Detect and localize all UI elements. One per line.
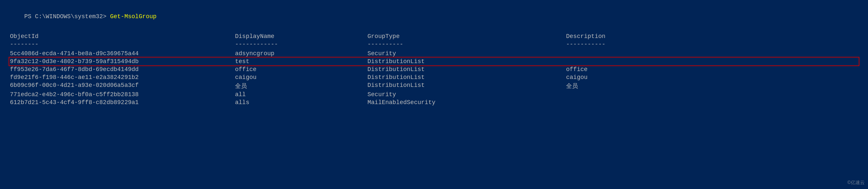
cell-description	[566, 58, 699, 65]
cell-objectid: 771edca2-e4b2-496c-bf0a-c5ff2bb28138	[10, 91, 235, 98]
cell-grouptype: Security	[368, 50, 566, 57]
table-row: 6b09c96f-00c0-4d21-a93e-020d06a5a3cf 全员 …	[10, 82, 858, 90]
header-displayname: DisplayName	[235, 33, 368, 40]
cell-grouptype: DistributionList	[368, 58, 566, 65]
cell-description: 全员	[566, 82, 699, 90]
cell-displayname: alls	[235, 99, 368, 106]
table-row: ff953e26-7da6-46f7-8dbd-69ecdb4149dd off…	[10, 66, 858, 73]
cell-description	[566, 99, 699, 106]
cell-objectid: 6b09c96f-00c0-4d21-a93e-020d06a5a3cf	[10, 82, 235, 90]
cell-description: office	[566, 66, 699, 73]
prompt-command: Get-MsolGroup	[110, 13, 156, 20]
data-rows: 5cc4086d-ecda-4714-be8a-d9c369675a44 ads…	[10, 50, 858, 106]
cell-displayname: caigou	[235, 74, 368, 81]
table-row: fd9e21f6-f198-446c-ae11-e2a3824291b2 cai…	[10, 74, 858, 81]
header-objectid: ObjectId	[10, 33, 235, 40]
cell-grouptype: DistributionList	[368, 82, 566, 90]
sep-grouptype: ----------	[368, 41, 566, 47]
cell-objectid: 5cc4086d-ecda-4714-be8a-d9c369675a44	[10, 50, 235, 57]
cell-objectid: 9fa32c12-0d3e-4802-b739-59af315494db	[10, 58, 235, 65]
sep-objectid: --------	[10, 41, 235, 47]
sep-description: -----------	[566, 41, 699, 47]
table-row: 9fa32c12-0d3e-4802-b739-59af315494db tes…	[10, 58, 858, 65]
cell-grouptype: Security	[368, 91, 566, 98]
prompt-line: PS C:\WINDOWS\system32> Get-MsolGroup	[10, 7, 858, 27]
cell-objectid: ff953e26-7da6-46f7-8dbd-69ecdb4149dd	[10, 66, 235, 73]
cell-description: caigou	[566, 74, 699, 81]
table-row: 5cc4086d-ecda-4714-be8a-d9c369675a44 ads…	[10, 50, 858, 57]
table-row: 612b7d21-5c43-4cf4-9ff8-c82db89229a1 all…	[10, 99, 858, 106]
cell-description	[566, 91, 699, 98]
prompt-ps: PS C:\WINDOWS\system32>	[24, 13, 110, 20]
cell-displayname: adsyncgroup	[235, 50, 368, 57]
watermark: ©亿速云	[847, 180, 865, 186]
cell-objectid: 612b7d21-5c43-4cf4-9ff8-c82db89229a1	[10, 99, 235, 106]
table-container: ObjectId DisplayName GroupType Descripti…	[10, 33, 858, 106]
cell-displayname: office	[235, 66, 368, 73]
terminal-window: PS C:\WINDOWS\system32> Get-MsolGroup Ob…	[10, 7, 858, 106]
cell-displayname: test	[235, 58, 368, 65]
cell-grouptype: DistributionList	[368, 66, 566, 73]
cell-displayname: 全员	[235, 82, 368, 90]
header-row: ObjectId DisplayName GroupType Descripti…	[10, 33, 858, 40]
table-row: 771edca2-e4b2-496c-bf0a-c5ff2bb28138 all…	[10, 91, 858, 98]
separator-row: -------- ------------ ---------- -------…	[10, 41, 858, 47]
cell-objectid: fd9e21f6-f198-446c-ae11-e2a3824291b2	[10, 74, 235, 81]
cell-displayname: all	[235, 91, 368, 98]
header-grouptype: GroupType	[368, 33, 566, 40]
sep-displayname: ------------	[235, 41, 368, 47]
header-description: Description	[566, 33, 699, 40]
cell-grouptype: MailEnabledSecurity	[368, 99, 566, 106]
cell-description	[566, 50, 699, 57]
cell-grouptype: DistributionList	[368, 74, 566, 81]
